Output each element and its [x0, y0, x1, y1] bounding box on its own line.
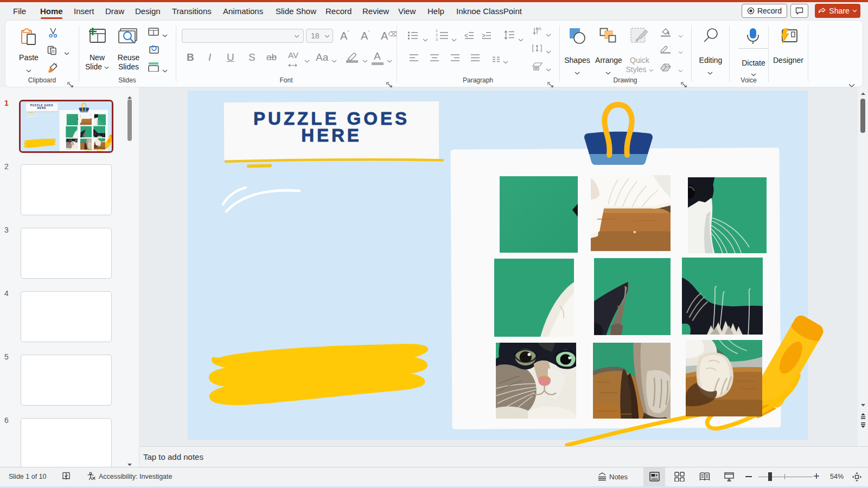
svg-text:A: A: [538, 27, 541, 31]
